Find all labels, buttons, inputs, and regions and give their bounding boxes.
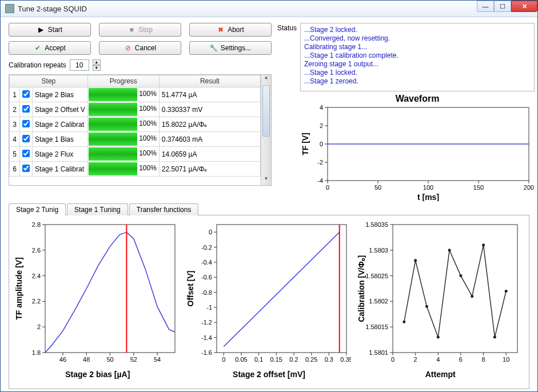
step-checkbox[interactable] <box>22 150 30 157</box>
svg-point-113 <box>425 305 428 308</box>
cancel-icon: ⊘ <box>124 44 132 52</box>
svg-text:2: 2 <box>37 323 41 330</box>
table-row[interactable]: 2 Stage 2 Offset V 100% 0.330337 mV <box>10 102 261 117</box>
svg-text:-1.6: -1.6 <box>201 349 212 356</box>
table-row[interactable]: 1 Stage 2 Bias 100% 51.4774 µA <box>10 87 261 102</box>
svg-text:46: 46 <box>59 356 66 363</box>
svg-text:100: 100 <box>423 184 433 191</box>
svg-rect-23 <box>45 225 175 353</box>
tab-stage2-tuning[interactable]: Stage 2 Tunig <box>9 203 66 215</box>
svg-text:Offset [V]: Offset [V] <box>186 271 195 307</box>
svg-text:1.58015: 1.58015 <box>366 323 389 330</box>
svg-point-117 <box>471 295 474 298</box>
svg-text:2.6: 2.6 <box>32 247 41 254</box>
plot-stage2-bias: 46485052541.822.22.42.62.8TF amplitude [… <box>14 220 182 384</box>
table-row[interactable]: 4 Stage 1 Bias 100% 0.374603 mA <box>10 132 261 147</box>
stop-icon: ■ <box>127 26 136 34</box>
tab-panel: 46485052541.822.22.42.62.8TF amplitude [… <box>9 215 529 389</box>
svg-text:2.4: 2.4 <box>32 273 41 279</box>
table-row[interactable]: 5 Stage 2 Flux 100% 14.0659 µA <box>10 147 261 162</box>
calibration-repeats-input[interactable] <box>70 59 89 71</box>
col-progress[interactable]: Progress <box>87 75 159 87</box>
plot-calibration: 02468101.58011.580151.58021.580251.58031… <box>356 220 524 384</box>
svg-text:8: 8 <box>482 356 485 363</box>
tab-stage1-tuning[interactable]: Stage 1 Tuning <box>67 203 128 215</box>
svg-rect-48 <box>217 225 346 353</box>
step-checkbox[interactable] <box>22 120 30 127</box>
svg-text:0: 0 <box>320 141 323 147</box>
abort-button[interactable]: ✖Abort <box>189 23 272 37</box>
titlebar: Tune 2-stage SQUID — ☐ ✕ <box>1 1 537 17</box>
svg-point-120 <box>505 290 508 293</box>
svg-text:-1.2: -1.2 <box>201 319 212 326</box>
window-title: Tune 2-stage SQUID <box>18 5 87 13</box>
step-checkbox[interactable] <box>22 105 30 113</box>
svg-text:0.15: 0.15 <box>270 356 282 363</box>
table-row[interactable]: 6 Stage 1 Calibrat 100% 22.5071 µA/Φₒ <box>10 162 261 177</box>
col-step[interactable]: Step <box>10 75 88 87</box>
settings-button[interactable]: 🔧Settings... <box>189 41 272 55</box>
step-checkbox[interactable] <box>22 165 30 172</box>
svg-text:-1.4: -1.4 <box>201 334 212 341</box>
minimize-button[interactable]: — <box>477 1 494 12</box>
svg-text:200: 200 <box>524 184 534 191</box>
svg-text:10: 10 <box>503 356 509 363</box>
close-button[interactable]: ✕ <box>511 1 537 12</box>
svg-text:0.35: 0.35 <box>340 356 351 363</box>
svg-text:48: 48 <box>83 356 90 363</box>
svg-text:0.1: 0.1 <box>254 356 263 363</box>
svg-text:2: 2 <box>414 356 417 363</box>
svg-rect-85 <box>393 225 517 353</box>
svg-text:1.5803: 1.5803 <box>369 247 389 254</box>
svg-text:0: 0 <box>209 229 212 235</box>
play-icon: ▶ <box>37 26 45 34</box>
svg-point-112 <box>414 259 417 262</box>
stop-button[interactable]: ■Stop <box>99 23 181 37</box>
svg-text:4: 4 <box>437 356 440 363</box>
waveform-chart: 050100150200-4-2024TF [V]t [ms] <box>300 104 535 201</box>
maximize-button[interactable]: ☐ <box>494 1 511 12</box>
step-checkbox[interactable] <box>22 90 30 98</box>
wrench-icon: 🔧 <box>210 44 218 52</box>
svg-text:0: 0 <box>326 184 329 191</box>
svg-text:150: 150 <box>473 184 484 191</box>
svg-text:0.3: 0.3 <box>324 356 333 363</box>
svg-text:2: 2 <box>320 122 323 129</box>
svg-text:0: 0 <box>222 356 225 363</box>
tab-transfer-functions[interactable]: Transfer functions <box>129 203 199 215</box>
svg-text:-0.6: -0.6 <box>201 274 212 281</box>
svg-point-111 <box>403 321 406 323</box>
spin-up[interactable]: ▲ <box>93 59 101 65</box>
table-row[interactable]: 3 Stage 2 Calibrat 100% 15.8022 µA/Φₒ <box>10 117 261 132</box>
svg-text:1.5801: 1.5801 <box>369 349 389 356</box>
svg-text:54: 54 <box>154 356 161 363</box>
svg-text:1.5802: 1.5802 <box>369 298 389 305</box>
steps-table: Step Progress Result 1 Stage 2 Bias 100%… <box>9 74 272 186</box>
svg-text:Calibration [V/Φₒ]: Calibration [V/Φₒ] <box>357 255 366 322</box>
svg-text:0.25: 0.25 <box>305 356 317 363</box>
svg-text:-0.2: -0.2 <box>201 244 212 251</box>
svg-text:-4: -4 <box>317 177 323 184</box>
status-log: ...Stage 2 locked....Converged, now rese… <box>300 23 535 91</box>
col-result[interactable]: Result <box>159 75 260 87</box>
svg-text:0.2: 0.2 <box>289 356 298 363</box>
svg-text:TF [V]: TF [V] <box>301 133 310 155</box>
table-scrollbar[interactable]: ▲▼ <box>261 75 271 185</box>
status-label: Status <box>277 23 297 201</box>
cancel-button[interactable]: ⊘Cancel <box>99 41 181 55</box>
spin-down[interactable]: ▼ <box>93 65 101 71</box>
svg-text:0.05: 0.05 <box>235 356 247 363</box>
svg-point-119 <box>493 336 496 339</box>
svg-point-118 <box>482 243 485 246</box>
svg-text:4: 4 <box>320 104 323 111</box>
abort-icon: ✖ <box>217 26 225 34</box>
svg-text:-1: -1 <box>206 304 212 311</box>
window: Tune 2-stage SQUID — ☐ ✕ ▶Start ■Stop ✖A… <box>0 0 538 392</box>
step-checkbox[interactable] <box>22 135 30 142</box>
svg-text:1.58025: 1.58025 <box>366 273 389 279</box>
start-button[interactable]: ▶Start <box>9 23 91 37</box>
svg-text:50: 50 <box>374 184 381 191</box>
accept-button[interactable]: ✔Accept <box>9 41 91 55</box>
svg-text:1.58035: 1.58035 <box>366 221 389 228</box>
plot-stage2-offset: 00.050.10.150.20.250.30.35-1.6-1.4-1.2-1… <box>185 220 353 384</box>
